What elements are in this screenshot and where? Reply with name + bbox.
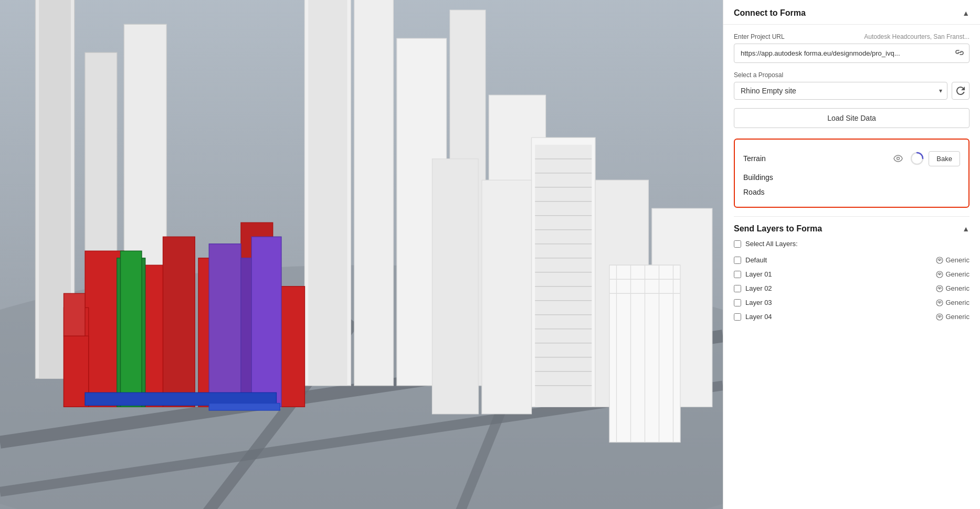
- layer-row: Layer 03 Generic: [734, 296, 970, 309]
- svg-rect-60: [251, 237, 281, 407]
- project-url-label-text: Enter Project URL: [734, 33, 785, 40]
- url-input-wrapper: [734, 44, 970, 63]
- layer-04-name: Layer 04: [745, 313, 772, 321]
- buildings-label: Buildings: [743, 173, 773, 182]
- connect-section-collapse-icon[interactable]: ▲: [962, 9, 970, 17]
- terrain-actions: Bake: [891, 150, 960, 167]
- viewport[interactable]: [0, 0, 723, 509]
- layer-02-type-icon: [936, 285, 943, 292]
- connect-to-forma-header: Connect to Forma ▲: [723, 0, 980, 25]
- send-layers-header: Send Layers to Forma ▲: [734, 216, 970, 240]
- terrain-label: Terrain: [743, 154, 766, 163]
- svg-rect-64: [482, 180, 532, 414]
- svg-point-74: [939, 302, 941, 303]
- select-all-checkbox[interactable]: [734, 240, 741, 248]
- svg-rect-58: [209, 244, 241, 407]
- project-url-input[interactable]: [734, 45, 950, 61]
- layer-row: Layer 02 Generic: [734, 282, 970, 294]
- svg-rect-63: [433, 159, 479, 414]
- buildings-row: Buildings: [743, 170, 960, 185]
- svg-point-72: [939, 288, 941, 289]
- url-link-icon[interactable]: [950, 44, 969, 62]
- layer-02-type: Generic: [936, 284, 970, 292]
- layer-03-type: Generic: [936, 299, 970, 306]
- proposal-select-container: Rhino Empty site ▾: [734, 82, 947, 100]
- select-all-label: Select All Layers:: [745, 240, 798, 248]
- terrain-bake-button[interactable]: Bake: [929, 151, 960, 166]
- select-all-row: Select All Layers:: [734, 240, 970, 248]
- svg-rect-17: [535, 145, 592, 407]
- layer-03-left: Layer 03: [734, 299, 772, 306]
- roads-label: Roads: [743, 188, 764, 196]
- svg-rect-62: [209, 404, 280, 411]
- connect-section-body: Enter Project URL Autodesk Headcourters,…: [723, 25, 980, 136]
- proposal-refresh-button[interactable]: [952, 82, 970, 100]
- layer-list: Default Generic Layer 01: [734, 254, 970, 323]
- send-layers-section: Send Layers to Forma ▲ Select All Layers…: [723, 216, 980, 331]
- terrain-row: Terrain Bake: [743, 147, 960, 170]
- layer-row: Layer 01 Generic: [734, 268, 970, 280]
- layer-01-checkbox[interactable]: [734, 271, 741, 278]
- layer-01-type: Generic: [936, 270, 970, 278]
- send-layers-title: Send Layers to Forma: [734, 224, 822, 234]
- layer-row: Layer 04 Generic: [734, 311, 970, 323]
- layer-01-left: Layer 01: [734, 270, 772, 278]
- svg-rect-11: [308, 0, 347, 386]
- layer-01-name: Layer 01: [745, 270, 772, 278]
- layer-01-type-icon: [936, 271, 943, 278]
- terrain-spinner-button[interactable]: [909, 150, 925, 167]
- project-url-hint: Autodesk Headcourters, San Franst...: [864, 33, 970, 40]
- layer-default-type-icon: [936, 257, 943, 264]
- layer-row: Default Generic: [734, 254, 970, 266]
- svg-point-70: [939, 273, 941, 275]
- send-layers-collapse-icon[interactable]: ▲: [962, 225, 970, 233]
- layer-04-checkbox[interactable]: [734, 313, 741, 321]
- layer-02-checkbox[interactable]: [734, 285, 741, 292]
- layer-03-name: Layer 03: [745, 299, 772, 306]
- svg-point-68: [939, 259, 941, 261]
- load-site-data-button[interactable]: Load Site Data: [734, 108, 970, 128]
- layer-04-left: Layer 04: [734, 313, 772, 321]
- layer-02-left: Layer 02: [734, 284, 772, 292]
- svg-rect-55: [64, 293, 86, 336]
- svg-rect-12: [354, 0, 393, 386]
- svg-point-65: [897, 157, 900, 160]
- layer-02-name: Layer 02: [745, 284, 772, 292]
- layer-default-type: Generic: [936, 256, 970, 264]
- proposal-label: Select a Proposal: [734, 71, 970, 79]
- layer-03-type-icon: [936, 299, 943, 306]
- site-data-box: Terrain Bake: [734, 139, 970, 208]
- proposal-select-wrapper: Rhino Empty site ▾: [734, 82, 970, 100]
- layer-03-checkbox[interactable]: [734, 299, 741, 306]
- layer-default-checkbox[interactable]: [734, 257, 741, 264]
- svg-rect-57: [121, 251, 142, 407]
- proposal-select[interactable]: Rhino Empty site: [734, 82, 947, 100]
- connect-section-title: Connect to Forma: [734, 8, 806, 18]
- roads-row: Roads: [743, 185, 960, 199]
- layer-default-left: Default: [734, 256, 767, 264]
- terrain-visibility-button[interactable]: [891, 151, 905, 166]
- right-panel: Connect to Forma ▲ Enter Project URL Aut…: [723, 0, 980, 509]
- svg-point-76: [939, 316, 941, 317]
- project-url-field-label: Enter Project URL Autodesk Headcourters,…: [734, 33, 970, 40]
- svg-rect-48: [163, 237, 195, 407]
- layer-04-type-icon: [936, 313, 943, 321]
- layer-default-name: Default: [745, 256, 767, 264]
- layer-04-type: Generic: [936, 313, 970, 321]
